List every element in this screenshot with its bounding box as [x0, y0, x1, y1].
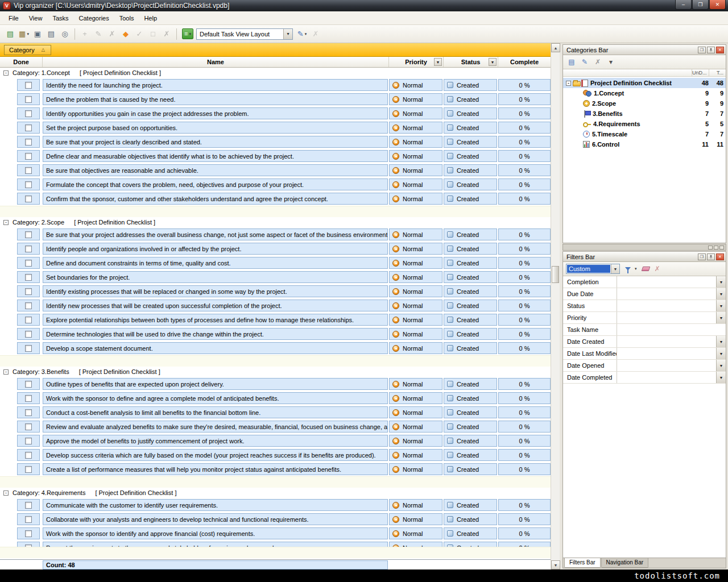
scroll-up-icon[interactable]: ▲	[551, 43, 560, 52]
status-cell[interactable]: Created	[444, 93, 497, 105]
dropdown-arrow-icon[interactable]: ▼	[716, 372, 726, 383]
minimize-button[interactable]: –	[675, 0, 692, 10]
complete-cell[interactable]: 0 %	[498, 271, 551, 283]
priority-cell[interactable]: Normal	[389, 300, 442, 311]
float-panel-icon[interactable]: ❐	[698, 253, 706, 260]
status-cell[interactable]: Created	[444, 435, 497, 447]
complete-cell[interactable]: 0 %	[498, 178, 551, 190]
priority-cell[interactable]: Normal	[389, 93, 442, 105]
status-cell[interactable]: Created	[444, 513, 497, 525]
complete-cell[interactable]: 0 %	[498, 300, 551, 311]
strip-button-icon[interactable]	[714, 246, 718, 250]
add-category-icon[interactable]: ▤	[566, 56, 577, 68]
delete-filter-icon[interactable]: ✗	[655, 265, 660, 273]
priority-cell[interactable]: Normal	[389, 378, 442, 390]
column-header-priority[interactable]: Priority ▼	[389, 57, 444, 67]
tree-item-4-requirements[interactable]: 4.Requirements55	[563, 119, 726, 129]
filter-field-value[interactable]	[617, 276, 716, 288]
tree-col-undone[interactable]: UnD...	[692, 69, 709, 76]
status-cell[interactable]: Created	[444, 342, 497, 354]
priority-cell[interactable]: Normal	[389, 136, 442, 148]
task-done-checkbox[interactable]	[25, 96, 32, 103]
task-name-cell[interactable]: Identify the need for launching the proj…	[43, 79, 388, 91]
complete-cell[interactable]: 0 %	[498, 243, 551, 255]
mark-incomplete-icon[interactable]: □	[147, 28, 159, 40]
status-filter-icon[interactable]: ▼	[489, 58, 497, 66]
task-done-checkbox[interactable]	[25, 544, 32, 547]
titlebar[interactable]: V Vip organizer [C:\Users\dmitry\Desktop…	[0, 0, 728, 11]
task-name-cell[interactable]: Collaborate with your analysts and engin…	[43, 513, 388, 525]
filter-field-value[interactable]	[617, 360, 716, 371]
status-cell[interactable]: Created	[444, 107, 497, 119]
filter-field-value[interactable]	[617, 372, 716, 383]
priority-cell[interactable]: Normal	[389, 178, 442, 190]
complete-cell[interactable]: 0 %	[498, 449, 551, 461]
priority-cell[interactable]: Normal	[389, 449, 442, 461]
category-actions-icon[interactable]: ▾	[605, 56, 617, 68]
menu-item-file[interactable]: File	[3, 13, 24, 23]
tab-navigation-bar[interactable]: Navigation Bar	[601, 558, 649, 568]
task-done-checkbox[interactable]	[25, 181, 32, 188]
status-cell[interactable]: Created	[444, 243, 497, 255]
edit-category-icon[interactable]: ✎	[579, 56, 590, 68]
task-done-checkbox[interactable]	[25, 82, 32, 89]
task-done-checkbox[interactable]	[25, 139, 32, 146]
priority-cell[interactable]: Normal	[389, 271, 442, 283]
task-name-cell[interactable]: Define and document constraints in terms…	[43, 257, 388, 269]
float-panel-icon[interactable]: ❐	[698, 47, 706, 53]
brand-link[interactable]: todolistsoft.com	[634, 571, 720, 580]
complete-cell[interactable]: 0 %	[498, 257, 551, 269]
task-name-cell[interactable]: Work with the sponsor to identify and ap…	[43, 527, 388, 539]
collapse-tree-icon[interactable]: -	[566, 81, 571, 86]
close-panel-icon[interactable]: ✕	[716, 47, 724, 53]
tree-item-1-concept[interactable]: 1.Concept99	[563, 88, 726, 98]
task-name-cell[interactable]: Formulate the concept that covers the pr…	[43, 178, 388, 190]
complete-cell[interactable]: 0 %	[498, 392, 551, 404]
task-done-checkbox[interactable]	[25, 317, 32, 323]
task-name-cell[interactable]: Determine technologies that will be used…	[43, 328, 388, 340]
task-done-checkbox[interactable]	[25, 231, 32, 238]
pin-panel-icon[interactable]	[707, 47, 715, 53]
save-file-icon[interactable]: ▣	[31, 28, 44, 40]
status-cell[interactable]: Created	[444, 421, 497, 433]
priority-cell[interactable]: Normal	[389, 79, 442, 91]
task-name-cell[interactable]: Identify opportunities you gain in case …	[43, 107, 388, 119]
task-done-checkbox[interactable]	[25, 246, 32, 252]
filters-bar-header[interactable]: Filters Bar ❐ ✕	[563, 252, 726, 262]
task-done-checkbox[interactable]	[25, 409, 32, 416]
task-done-checkbox[interactable]	[25, 381, 32, 388]
view-layouts-icon[interactable]: ≡▾	[182, 28, 193, 39]
clear-filter-icon[interactable]	[641, 267, 650, 271]
menu-item-help[interactable]: Help	[139, 13, 162, 23]
task-name-cell[interactable]: Be sure that your project addresses the …	[43, 228, 388, 240]
priority-cell[interactable]: Normal	[389, 164, 442, 176]
status-cell[interactable]: Created	[444, 122, 497, 134]
column-header-complete[interactable]: Complete	[498, 57, 551, 67]
task-done-checkbox[interactable]	[25, 516, 32, 523]
status-cell[interactable]: Created	[444, 178, 497, 190]
status-cell[interactable]: Created	[444, 392, 497, 404]
priority-cell[interactable]: Normal	[389, 421, 442, 433]
task-done-checkbox[interactable]	[25, 423, 32, 430]
task-name-cell[interactable]: Identify existing processes that will be…	[43, 285, 388, 297]
complete-cell[interactable]: 0 %	[498, 378, 551, 390]
customize-layout-icon[interactable]: ✎▾	[296, 28, 308, 40]
task-name-cell[interactable]: Work with the sponsor to define and agre…	[43, 392, 388, 404]
priority-cell[interactable]: Normal	[389, 435, 442, 447]
filter-preset-combobox[interactable]: Custom ▼	[566, 264, 620, 274]
priority-cell[interactable]: Normal	[389, 463, 442, 475]
close-button[interactable]: ✕	[709, 0, 726, 10]
task-done-checkbox[interactable]	[25, 124, 32, 131]
dropdown-arrow-icon[interactable]: ▼	[716, 300, 726, 311]
menu-item-view[interactable]: View	[24, 13, 48, 23]
task-name-cell[interactable]: Define clear and measurable objectives t…	[43, 150, 388, 162]
delete-task-icon[interactable]: ✗	[106, 28, 118, 40]
complete-cell[interactable]: 0 %	[498, 527, 551, 539]
priority-cell[interactable]: Normal	[389, 257, 442, 269]
status-cell[interactable]: Created	[444, 193, 497, 205]
task-name-cell[interactable]: Be sure that your project is clearly des…	[43, 136, 388, 148]
task-name-cell[interactable]: Set the project purpose based on opportu…	[43, 122, 388, 134]
priority-cell[interactable]: Normal	[389, 406, 442, 418]
status-cell[interactable]: Created	[444, 271, 497, 283]
toggle-complete-icon[interactable]: ◆	[119, 28, 132, 40]
